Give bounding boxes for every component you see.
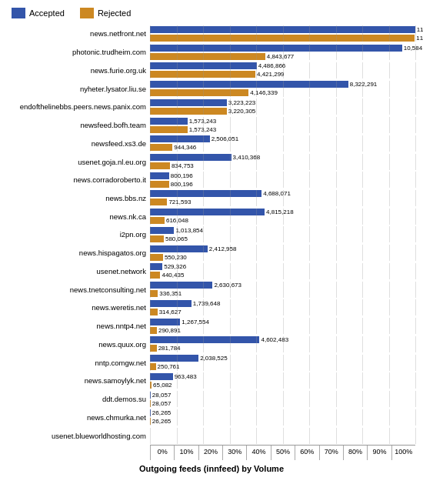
accepted-bar [150,172,169,179]
rejected-bar [150,53,265,60]
rejected-bar [150,400,151,407]
rejected-value: 1,573,243 [189,126,217,133]
accepted-value: 4,815,218 [266,209,294,215]
row-label: endofthelinebbs.peers.news.panix.com [8,102,150,111]
bars-area: 2,506,051944,346 [150,135,415,152]
accepted-bar [150,45,402,52]
rejected-bar [150,382,152,389]
accepted-value: 1,267,554 [182,319,209,325]
table-row: news.weretis.net1,739,648314,627 [8,299,415,317]
accepted-value: 2,038,525 [200,355,228,362]
accepted-value: 3,223,223 [228,99,256,106]
table-row: newsfeed.bofh.team1,573,2431,573,243 [8,116,415,135]
row-label: news.hispagatos.org [8,249,150,257]
bars-area: 11,136,91611,126,371 [150,25,415,42]
accepted-bar [150,409,151,416]
rejected-color-box [80,8,94,18]
accepted-value: 963,483 [175,373,197,380]
accepted-value: 11,136,916 [417,26,423,33]
accepted-value: 2,630,673 [214,282,241,289]
table-row: news.samoylyk.net963,48365,082 [8,372,415,390]
bars-area: 800,196800,196 [150,172,415,188]
rejected-bar [150,363,156,370]
rejected-value: 28,057 [152,400,171,407]
rejected-value: 11,126,371 [416,35,423,42]
rejected-value: 834,753 [172,162,194,169]
x-tick: 50% [271,446,295,460]
rejected-bar [150,254,163,261]
accepted-value: 800,196 [171,172,193,179]
row-label: usenet.blueworldhosting.com [8,432,150,440]
rejected-value: 944,346 [174,144,196,151]
bars-area: 529,326440,435 [150,263,415,279]
bars-area: 2,412,958550,230 [150,245,415,261]
x-tick: 40% [246,446,270,460]
table-row: news.furie.org.uk4,486,8664,421,299 [8,61,415,79]
accepted-value: 3,410,368 [233,154,261,161]
row-label: nntp.comgw.net [8,359,150,367]
table-row: ddt.demos.su28,05728,057 [8,390,415,409]
bars-area [150,428,415,444]
bars-area: 4,815,218616,048 [150,209,415,225]
bars-area: 28,05728,057 [150,391,415,407]
rejected-value: 314,627 [159,309,182,315]
accepted-value: 4,486,866 [258,62,286,69]
x-tick: 80% [343,446,367,460]
accepted-value: 28,057 [152,392,171,399]
rejected-bar [150,144,172,151]
row-label: news.quux.org [8,340,150,349]
row-label: news.nk.ca [8,212,150,221]
rejected-value: 800,196 [171,181,193,188]
bars-area: 10,584,6624,843,677 [150,44,415,60]
bars-area: 8,322,2914,146,339 [150,81,415,97]
row-label: news.netfront.net [8,29,150,38]
rejected-bar [150,272,160,279]
table-row: news.chmurka.net26,26526,265 [8,408,415,426]
rejected-value: 281,784 [158,345,181,352]
accepted-value: 10,584,662 [404,45,423,52]
table-row: endofthelinebbs.peers.news.panix.com3,22… [8,98,415,116]
accepted-value: 2,506,051 [212,135,239,142]
accepted-value: 26,265 [152,409,171,416]
bars-area: 1,573,2431,573,243 [150,117,415,133]
row-label: usenet.network [8,267,150,275]
rejected-value: 65,082 [153,382,172,389]
table-row: usenet.goja.nl.eu.org3,410,368834,753 [8,152,415,171]
rejected-value: 4,421,299 [257,71,285,78]
rejected-value: 250,761 [158,363,180,370]
rejected-value: 616,048 [166,217,188,224]
bars-area: 1,013,854580,065 [150,226,415,242]
accepted-value: 4,602,483 [261,336,288,343]
rejected-bar [150,217,165,224]
rejected-bar [150,89,248,96]
table-row: usenet.network529,326440,435 [8,262,415,281]
bars-area: 2,630,673336,351 [150,282,415,298]
accepted-value: 4,688,071 [263,190,291,197]
table-row: nntp.comgw.net2,038,525250,761 [8,353,415,372]
accepted-value: 1,739,648 [193,300,221,307]
table-row: usenet.blueworldhosting.com [8,426,415,445]
accepted-bar [150,26,415,33]
rejected-value: 290,891 [158,327,181,334]
accepted-color-box [12,8,25,18]
rejected-label: Rejected [98,8,131,18]
x-tick: 10% [174,446,198,460]
row-label: photonic.trudheim.com [8,48,150,56]
rejected-value: 3,220,305 [228,108,256,115]
row-label: news.weretis.net [8,303,150,312]
accepted-bar [150,99,227,106]
rejected-bar [150,162,170,169]
table-row: news.bbs.nz4,688,071721,593 [8,189,415,208]
table-row: i2pn.org1,013,854580,065 [8,225,415,244]
row-label: news.chmurka.net [8,413,150,422]
rejected-value: 580,065 [165,235,188,242]
row-label: news.tnetconsulting.net [8,285,150,294]
rejected-bar [150,309,158,315]
accepted-value: 8,322,291 [350,81,378,88]
accepted-value: 1,573,243 [189,118,217,125]
x-tick: 60% [295,446,318,460]
row-label: news.samoylyk.net [8,376,150,385]
row-label: news.bbs.nz [8,194,150,202]
x-tick: 30% [222,446,246,460]
x-tick: 20% [198,446,222,460]
